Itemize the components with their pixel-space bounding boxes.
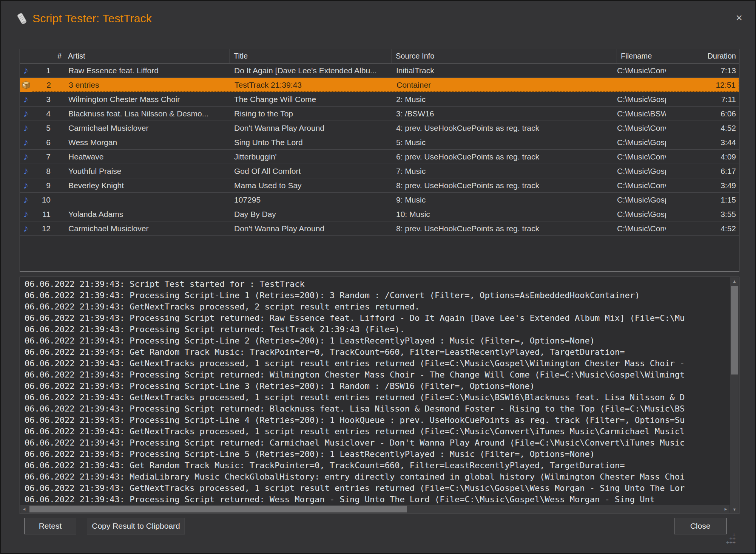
row-number: 6 [32,138,64,147]
log-output[interactable]: 06.06.2022 21:39:43: Script Test started… [20,277,739,514]
duration-cell: 4:52 [666,124,739,133]
table-row[interactable]: ♪6Wess MorganSing Unto The Lord5: MusicC… [20,135,739,150]
artist-cell: Blacknuss feat. Lisa Nilsson & Desmo... [64,109,230,118]
title-cell: Rising to the Top [230,109,392,118]
table-row[interactable]: ♪1Raw Essence feat. LiffordDo It Again [… [20,63,739,78]
source-info-cell: 4: prev. UseHookCuePoints as reg. track [392,124,617,133]
log-line: 06.06.2022 21:39:43: Get Random Track Mu… [25,347,728,358]
log-line: 06.06.2022 21:39:43: Get Random Track Mu… [25,460,728,471]
music-note-icon: ♪ [20,207,32,221]
title-cell: TestTrack 21:39:43 [230,80,392,90]
row-number: 8 [32,167,64,176]
resize-grip[interactable]: ++++++ [723,533,736,544]
music-note-icon: ♪ [20,107,32,121]
close-button[interactable]: Close [674,518,727,534]
column-header-artist[interactable]: Artist [64,49,230,63]
source-info-cell: Container [392,80,617,90]
table-row[interactable]: ♪11Yolanda AdamsDay By Day10: MusicC:\Mu… [20,207,739,221]
table-row[interactable]: ♪9Beverley KnightMama Used to Say8: prev… [20,178,739,193]
music-note-icon: ♪ [20,164,32,178]
column-header-filename[interactable]: Filename [617,49,666,63]
title-cell: 107295 [230,195,392,204]
duration-cell: 6:17 [666,167,739,176]
source-info-cell: 8: prev. UseHookCuePoints as reg. track [392,224,617,233]
title-cell: Don't Wanna Play Around [230,124,392,133]
table-row[interactable]: ♪3Wilmington Chester Mass ChoirThe Chang… [20,92,739,107]
row-number: 10 [32,195,64,204]
filename-cell: C:\Music\Conv [617,224,666,233]
close-icon[interactable]: × [733,11,745,24]
title-cell: Jitterbuggin' [230,152,392,161]
table-row[interactable]: ♪12Carmichael MusicloverDon't Wanna Play… [20,221,739,236]
source-info-cell: 8: prev. UseHookCuePoints as reg. track [392,181,617,190]
source-info-cell: 7: Music [392,167,617,176]
log-line: 06.06.2022 21:39:43: Processing Script-L… [25,449,728,460]
duration-cell: 4:52 [666,224,739,233]
column-header-duration[interactable]: Duration [666,49,739,63]
scroll-left-icon[interactable]: ◄ [20,505,28,513]
column-header-source-info[interactable]: Source Info [392,49,617,63]
column-header-[interactable]: # [20,49,64,63]
source-info-cell: 3: /BSW16 [392,109,617,118]
row-number: 2 [32,80,65,90]
filename-cell: C:\Music\Gosp [617,195,666,204]
retest-button[interactable]: Retest [24,518,76,534]
title-cell: Don't Wanna Play Around [230,224,392,233]
artist-cell: Heatwave [64,152,230,161]
log-line: 06.06.2022 21:39:43: MediaLibrary Music … [25,471,728,483]
duration-cell: 12:51 [667,80,739,90]
horizontal-scrollbar-thumb[interactable] [29,506,407,512]
duration-cell: 3:49 [666,181,739,190]
scroll-up-icon[interactable]: ▲ [730,277,739,285]
log-line: 06.06.2022 21:39:43: Processing Script r… [25,313,728,324]
title-cell: God Of All Comfort [230,167,392,176]
artist-cell: Wilmington Chester Mass Choir [64,95,230,104]
filename-cell: C:\Music\Gosp [617,210,666,219]
log-line: 06.06.2022 21:39:43: GetNextTracks proce… [25,483,728,494]
table-row[interactable]: ♪101072959: MusicC:\Music\Gosp1:15 [20,193,739,207]
log-line: 06.06.2022 21:39:43: Processing Script r… [25,324,728,335]
resize-grip-row: +++ [723,540,736,544]
table-row[interactable]: ♪4Blacknuss feat. Lisa Nilsson & Desmo..… [20,107,739,121]
table-row[interactable]: ♪8Youthful PraiseGod Of All Comfort7: Mu… [20,164,739,178]
script-tester-window: Script Tester: TestTrack × #ArtistTitleS… [0,0,756,554]
table-header: #ArtistTitleSource InfoFilenameDuration [20,49,739,63]
artist-cell: Wess Morgan [64,138,230,147]
column-header-title[interactable]: Title [230,49,392,63]
music-note-icon: ♪ [20,150,32,164]
table-row[interactable]: 23 entriesTestTrack 21:39:43Container12:… [20,78,739,92]
filename-cell: C:\Music\Conv [617,152,666,161]
log-line: 06.06.2022 21:39:43: GetNextTracks proce… [25,358,728,369]
duration-cell: 3:55 [666,210,739,219]
artist-cell: Youthful Praise [64,167,230,176]
vertical-scrollbar[interactable]: ▲ ▼ [730,277,739,513]
music-note-icon: ♪ [20,178,32,192]
log-line: 06.06.2022 21:39:43: GetNextTracks proce… [25,426,728,437]
table-row[interactable]: ♪5Carmichael MusicloverDon't Wanna Play … [20,121,739,135]
duration-cell: 4:09 [666,152,739,161]
artist-cell: Carmichael Musiclover [64,224,230,233]
row-number: 7 [32,152,64,161]
table-row[interactable]: ♪7HeatwaveJitterbuggin'6: prev. UseHookC… [20,150,739,164]
source-info-cell: 9: Music [392,195,617,204]
duration-cell: 1:15 [666,195,739,204]
log-line: 06.06.2022 21:39:43: Processing Script-L… [25,290,728,301]
log-line: 06.06.2022 21:39:43: Processing Script r… [25,369,728,381]
artist-cell: 3 entries [65,80,230,90]
filename-cell: C:\Music\Conv [617,66,666,75]
duration-cell: 6:06 [666,109,739,118]
source-info-cell: 5: Music [392,138,617,147]
source-info-cell: 2: Music [392,95,617,104]
log-line: 06.06.2022 21:39:43: Processing Script-L… [25,335,728,347]
filename-cell: C:\Music\Conv [617,124,666,133]
vertical-scrollbar-thumb[interactable] [731,286,738,374]
duration-cell: 3:44 [666,138,739,147]
duration-cell: 7:11 [666,95,739,104]
row-number: 5 [32,124,64,133]
horizontal-scrollbar[interactable]: ◄ ► [20,505,730,513]
scroll-down-icon[interactable]: ▼ [730,506,739,513]
filename-cell: C:\Music\Gosp [617,95,666,104]
source-info-cell: 6: prev. UseHookCuePoints as reg. track [392,152,617,161]
scroll-right-icon[interactable]: ► [722,505,730,513]
copy-result-button[interactable]: Copy Result to Clipboard [87,518,185,534]
